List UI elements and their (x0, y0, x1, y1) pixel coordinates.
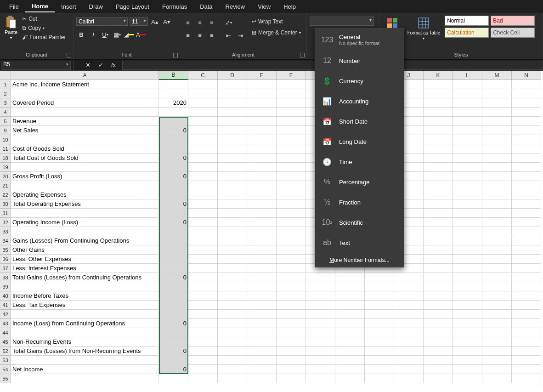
cell[interactable] (424, 365, 453, 374)
cell[interactable] (247, 374, 277, 383)
cell[interactable] (512, 236, 541, 245)
name-box[interactable]: B5 (1, 61, 71, 70)
number-format-text[interactable]: abText (315, 233, 404, 253)
number-format-percentage[interactable]: %Percentage (315, 172, 404, 192)
orientation-button[interactable]: ⤢▾ (223, 17, 233, 28)
cell[interactable] (453, 347, 482, 356)
cell[interactable] (512, 181, 541, 190)
italic-button[interactable]: I (88, 29, 98, 40)
cell[interactable] (394, 365, 424, 374)
cell[interactable]: 0 (159, 347, 188, 356)
cell[interactable]: Operating Income (Loss) (11, 218, 159, 227)
cell[interactable] (482, 98, 512, 108)
cell[interactable] (424, 282, 453, 291)
cell[interactable] (188, 328, 218, 337)
cell[interactable] (159, 282, 188, 291)
cell[interactable] (218, 264, 247, 273)
row-header[interactable]: 42 (0, 310, 11, 319)
cell[interactable] (188, 356, 218, 365)
cell[interactable] (218, 310, 247, 319)
cell[interactable]: 0 (159, 199, 188, 209)
cell[interactable] (247, 163, 277, 172)
cell[interactable] (512, 273, 541, 282)
cell[interactable] (482, 172, 512, 181)
cell[interactable] (512, 172, 541, 181)
cell[interactable] (394, 291, 424, 301)
cell[interactable] (512, 144, 541, 153)
row-header[interactable]: 37 (0, 264, 11, 273)
paste-button[interactable]: Paste ▾ (3, 15, 19, 41)
cell[interactable]: Less: Other Expenses (11, 255, 159, 264)
cell[interactable] (188, 172, 218, 181)
cell[interactable] (11, 328, 159, 337)
cell[interactable]: 0 (159, 126, 188, 135)
cut-button[interactable]: ✂ Cut (20, 15, 68, 23)
cell[interactable] (159, 80, 188, 89)
cell[interactable] (424, 199, 453, 209)
cell[interactable] (424, 301, 453, 310)
fill-color-button[interactable]: ◢ (124, 29, 134, 40)
cell[interactable] (512, 190, 541, 199)
cell[interactable] (365, 374, 394, 383)
cell[interactable] (159, 356, 188, 365)
number-format-fraction[interactable]: ½Fraction (315, 192, 404, 212)
cell[interactable] (365, 365, 394, 374)
row-header[interactable]: 45 (0, 337, 11, 347)
cell[interactable] (482, 255, 512, 264)
style-cell-normal[interactable]: Normal (445, 16, 489, 26)
menu-tab-insert[interactable]: Insert (55, 1, 83, 12)
cell[interactable] (11, 356, 159, 365)
row-header[interactable]: 21 (0, 181, 11, 190)
cell[interactable] (482, 227, 512, 236)
cell[interactable] (159, 328, 188, 337)
cell-styles-gallery[interactable]: NormalBadCalculationCheck Cell (445, 16, 537, 38)
cell[interactable] (247, 236, 277, 245)
column-header-C[interactable]: C (188, 71, 218, 80)
cell[interactable] (335, 328, 365, 337)
cell[interactable] (453, 199, 482, 209)
row-header[interactable]: 11 (0, 144, 11, 153)
align-center-button[interactable]: ≡ (195, 30, 205, 40)
cell[interactable] (277, 80, 306, 89)
cell[interactable] (11, 209, 159, 218)
cell[interactable] (247, 365, 277, 374)
cell[interactable] (247, 291, 277, 301)
cell[interactable] (512, 319, 541, 328)
cell[interactable] (159, 135, 188, 144)
dialog-launcher-icon[interactable] (300, 53, 305, 57)
cell[interactable] (159, 227, 188, 236)
row-header[interactable]: 3 (0, 98, 11, 108)
row-header[interactable]: 33 (0, 227, 11, 236)
cell[interactable] (277, 301, 306, 310)
cell[interactable] (424, 209, 453, 218)
cell[interactable] (482, 163, 512, 172)
cells-area[interactable]: Acme Inc. Income StatementCovered Period… (11, 80, 541, 383)
cell[interactable] (424, 319, 453, 328)
cell[interactable] (188, 199, 218, 209)
cell[interactable] (247, 282, 277, 291)
cell[interactable] (335, 337, 365, 347)
cell[interactable] (424, 273, 453, 282)
cell[interactable] (512, 108, 541, 117)
cell[interactable] (277, 255, 306, 264)
cell[interactable] (218, 365, 247, 374)
cell[interactable] (512, 374, 541, 383)
cell[interactable] (335, 365, 365, 374)
cell[interactable] (188, 98, 218, 108)
cell[interactable] (218, 245, 247, 255)
cell[interactable] (482, 199, 512, 209)
cell[interactable] (512, 80, 541, 89)
cell[interactable] (188, 301, 218, 310)
cell[interactable] (424, 80, 453, 89)
cell[interactable] (277, 310, 306, 319)
cell[interactable] (453, 245, 482, 255)
cell[interactable] (277, 126, 306, 135)
cell[interactable] (512, 227, 541, 236)
cell[interactable] (453, 98, 482, 108)
cell[interactable] (188, 291, 218, 301)
cell[interactable] (482, 301, 512, 310)
menu-tab-help[interactable]: Help (277, 1, 302, 12)
cell[interactable] (482, 181, 512, 190)
copy-button[interactable]: ⧉ Copy ▾ (20, 24, 68, 32)
cell[interactable] (188, 310, 218, 319)
